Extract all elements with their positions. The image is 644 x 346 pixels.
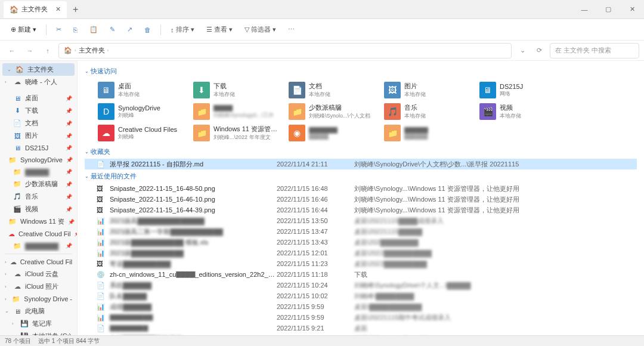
- file-row[interactable]: 📊▓▓▓▓▓▓▓▓▓2022/11/15 9:59桌面\20221115期中考试…: [85, 312, 637, 323]
- quick-access-item[interactable]: 🖼图片本地存储: [383, 81, 472, 100]
- sidebar-item[interactable]: 🖼图片📌: [0, 129, 77, 142]
- filter-button[interactable]: ▽ 筛选器 ▾: [240, 23, 281, 36]
- new-tab-button[interactable]: +: [67, 4, 84, 15]
- dropdown-button[interactable]: ⌄: [515, 44, 530, 58]
- quick-access-item[interactable]: 📁▓▓▓▓刘晓峰\SynologyD...\工作: [192, 102, 281, 121]
- quick-access-item[interactable]: 📁少数派稿牖刘晓峰\Synolo...\个人文档: [287, 102, 377, 121]
- quick-access-item[interactable]: 📁▓▓▓▓▓▓▓▓▓▓▓: [383, 123, 472, 143]
- chevron-down-icon: ⌄: [85, 174, 89, 179]
- window-controls: — ▢ ✕: [572, 0, 644, 19]
- tab-close-icon[interactable]: ✕: [55, 5, 61, 13]
- tab-title: 主文件夹: [21, 5, 48, 14]
- file-row[interactable]: 📄系统▓▓▓▓▓▓2022/11/15 10:24刘晓峰\SynologyDri…: [85, 280, 637, 291]
- chevron-down-icon: ⌄: [85, 149, 89, 155]
- sidebar-item[interactable]: 🖥DS215J📌: [0, 142, 77, 154]
- address-bar: ← → ↑ 🏠 › 主文件夹 › ⌄ ⟳ 在 主文件夹 中搜索: [0, 41, 644, 61]
- file-row[interactable]: 📄队名▓▓▓▓▓2022/11/15 10:02刘晓峰\▓▓▓▓▓▓▓▓: [85, 291, 637, 301]
- home-icon: 🏠: [10, 5, 18, 14]
- quick-access-item[interactable]: 🎬视频本地存储: [478, 102, 568, 121]
- sidebar-item[interactable]: 📁少数派稿牖📌: [0, 178, 77, 190]
- sidebar-item[interactable]: ›☁晓峰 - 个人: [0, 76, 77, 88]
- sidebar-item[interactable]: 📄文档📌: [0, 117, 77, 129]
- chevron-down-icon: ⌄: [85, 69, 89, 74]
- file-row[interactable]: 🖼寄送▓▓▓▓▓▓▓▓▓▓2022/11/15 11:23桌面\2022▓▓▓▓…: [85, 258, 637, 269]
- quick-access-item[interactable]: 🖥DS215J网络: [478, 81, 568, 100]
- sidebar-item[interactable]: 📁▓▓▓▓▓📌: [0, 166, 77, 178]
- section-quick-access[interactable]: ⌄ 快速访问: [85, 64, 637, 78]
- file-row[interactable]: 📊成绩▓▓▓▓▓▓2022/11/15 9:59桌面\▓▓▓▓▓▓▓▓▓▓▓: [85, 301, 637, 312]
- breadcrumb[interactable]: 🏠 › 主文件夹 ›: [58, 43, 512, 58]
- paste-button[interactable]: 📋: [85, 23, 103, 36]
- sidebar-item[interactable]: ›💾笔记库: [0, 317, 77, 330]
- quick-access-item[interactable]: DSynologyDrive刘晓峰: [97, 102, 186, 121]
- quick-access-item[interactable]: 📄文档本地存储: [287, 81, 377, 100]
- view-button[interactable]: ☰ 查看 ▾: [202, 23, 237, 36]
- content-area: ⌄ 快速访问 🖥桌面本地存储⬇下载本地存储📄文档本地存储🖼图片本地存储🖥DS21…: [78, 61, 644, 335]
- file-row[interactable]: 📄▓▓▓▓▓▓▓▓2022/11/15 9:21桌面: [85, 323, 637, 333]
- tab-active[interactable]: 🏠 主文件夹 ✕: [4, 1, 67, 18]
- sidebar-item[interactable]: ›☁iCloud 照片: [0, 280, 77, 293]
- file-row[interactable]: 📊2021级▓▓▓▓▓▓▓▓▓▓▓2022/11/15 12:01桌面\2022…: [85, 248, 637, 258]
- sidebar-item[interactable]: ›💾本地磁盘 (C:): [0, 330, 77, 335]
- sidebar-item[interactable]: ⬇下载📌: [0, 104, 77, 117]
- delete-button[interactable]: 🗑: [140, 24, 156, 36]
- sidebar-item[interactable]: ⌄🖥此电脑: [0, 305, 77, 317]
- more-button[interactable]: ⋯: [283, 23, 299, 36]
- sidebar-item[interactable]: 🎬视频📌: [0, 203, 77, 215]
- sidebar-item[interactable]: 📁SynologyDrive📌: [0, 154, 77, 166]
- file-row[interactable]: 💿zh-cn_windows_11_cu▓▓▓▓_editions_versio…: [85, 269, 637, 280]
- refresh-button[interactable]: ⟳: [532, 44, 546, 58]
- copy-button[interactable]: ⎘: [69, 24, 82, 36]
- file-row[interactable]: 📊2021级高▓▓▓▓▓▓▓▓▓▓▓▓▓▓2022/11/15 13:50桌面\…: [85, 215, 637, 226]
- sidebar-item[interactable]: ›☁Creative Cloud Fil: [0, 256, 77, 268]
- file-row[interactable]: 🖼Snipaste_2022-11-15_16-48-50.png2022/11…: [85, 183, 637, 194]
- new-button[interactable]: ⊕ 新建 ▾: [6, 23, 41, 36]
- section-favorites[interactable]: ⌄ 收藏夹: [85, 145, 637, 159]
- file-row[interactable]: 📄派早报 20221115 - 自拟部分.md2022/11/14 21:11刘…: [85, 159, 637, 169]
- sort-button[interactable]: ↕ 排序 ▾: [166, 23, 199, 36]
- crumb-root[interactable]: 主文件夹: [79, 46, 105, 55]
- file-row[interactable]: 📊2021级▓▓▓▓▓▓▓▓▓▓▓ 模板.xls2022/11/15 13:43…: [85, 237, 637, 248]
- file-row[interactable]: 🖼Snipaste_2022-11-15_16-44-39.png2022/11…: [85, 205, 637, 215]
- forward-button[interactable]: →: [23, 44, 37, 58]
- cut-button[interactable]: ✂: [51, 23, 66, 36]
- quick-access-item[interactable]: 🎵音乐本地存储: [383, 102, 472, 121]
- sidebar: ⌄🏠主文件夹›☁晓峰 - 个人🖥桌面📌⬇下载📌📄文档📌🖼图片📌🖥DS215J📌📁…: [0, 61, 78, 335]
- file-row[interactable]: 📊2021级高二第一学期▓▓▓▓▓▓▓▓▓▓▓2022/11/15 13:47桌…: [85, 226, 637, 237]
- maximize-button[interactable]: ▢: [596, 0, 620, 19]
- chevron-right-icon: ›: [75, 48, 76, 53]
- close-button[interactable]: ✕: [620, 0, 644, 19]
- minimize-button[interactable]: —: [572, 0, 596, 19]
- sidebar-item[interactable]: 📁Windows 11 资📌: [0, 215, 77, 228]
- sidebar-item[interactable]: ›📁Synology Drive -: [0, 293, 77, 305]
- chevron-right-icon: ›: [107, 48, 109, 53]
- share-button[interactable]: ↗: [122, 23, 137, 36]
- status-count: 78 个项目: [5, 337, 31, 345]
- section-recent[interactable]: ⌄ 最近使用的文件: [85, 169, 637, 183]
- file-row[interactable]: 🖼Snipaste_2022-11-15_16-46-10.png2022/11…: [85, 194, 637, 205]
- titlebar: 🏠 主文件夹 ✕ + — ▢ ✕: [0, 0, 644, 19]
- quick-access-item[interactable]: ◉▓▓▓▓▓▓▓▓▓▓▓: [287, 123, 377, 143]
- file-row[interactable]: 🎨金报▓▓▓▓▓▓▓量型界面.xd2022/11/15 9:02刘晓峰\Crea…: [85, 333, 637, 335]
- quick-access-item[interactable]: ☁Creative Cloud Files刘晓峰: [97, 123, 186, 143]
- quick-access-item[interactable]: 📁Windows 11 资源管理器...刘晓峰...\2022 年年度文: [192, 123, 281, 143]
- sidebar-item[interactable]: ☁Creative Cloud Fil📌: [0, 228, 77, 240]
- sidebar-item[interactable]: 🖥桌面📌: [0, 92, 77, 104]
- search-input[interactable]: 在 主文件夹 中搜索: [550, 43, 639, 58]
- quick-access-item[interactable]: ⬇下载本地存储: [192, 81, 281, 100]
- up-button[interactable]: ↑: [41, 44, 55, 58]
- toolbar: ⊕ 新建 ▾ ✂ ⎘ 📋 ✎ ↗ 🗑 ↕ 排序 ▾ ☰ 查看 ▾ ▽ 筛选器 ▾…: [0, 19, 644, 41]
- home-icon: 🏠: [64, 47, 72, 54]
- sidebar-item[interactable]: ›☁iCloud 云盘: [0, 268, 77, 280]
- sidebar-item[interactable]: ⌄🏠主文件夹: [2, 63, 75, 76]
- sidebar-item[interactable]: 🎵音乐📌: [0, 190, 77, 203]
- sidebar-item[interactable]: 📁▓▓▓▓▓▓▓📌: [0, 240, 77, 252]
- status-bar: 78 个项目 选中 1 个项目 844 字节: [0, 335, 644, 346]
- back-button[interactable]: ←: [5, 44, 19, 58]
- rename-button[interactable]: ✎: [105, 23, 120, 36]
- status-selected: 选中 1 个项目 844 字节: [38, 337, 100, 345]
- quick-access-item[interactable]: 🖥桌面本地存储: [97, 81, 186, 100]
